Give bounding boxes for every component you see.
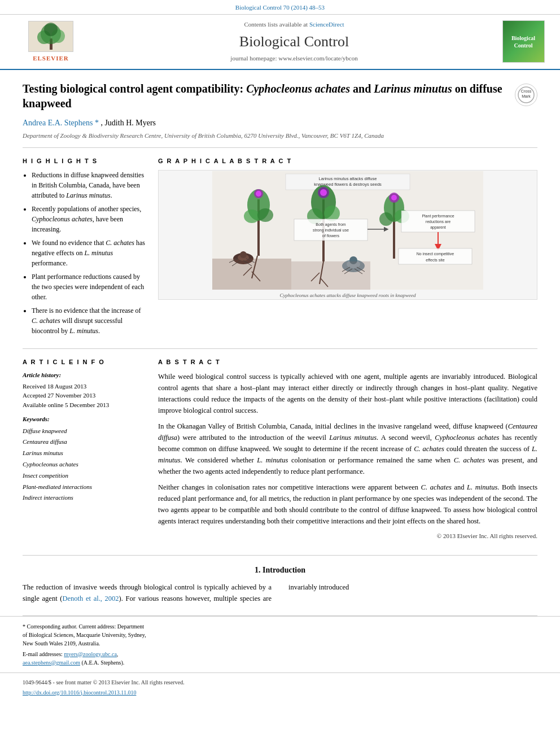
highlight-item: There is no evidence that the increase o… <box>32 305 147 336</box>
introduction-section: 1. Introduction The reduction of invasiv… <box>23 565 537 604</box>
crossmark-badge: Cross Mark <box>515 84 537 106</box>
doi-line: http://dx.doi.org/10.1016/j.biocontrol.2… <box>23 689 537 697</box>
author1-link[interactable]: Andrea E.A. Stephens * <box>23 119 100 127</box>
keyword: Diffuse knapweed <box>23 426 147 437</box>
article-info-heading: A R T I C L E I N F O <box>23 358 147 366</box>
abstract-col: A B S T R A C T While weed biological co… <box>158 358 537 546</box>
email-note: E-mail addresses: myers@zoology.ubc.ca, … <box>23 650 147 667</box>
svg-text:strong individual use: strong individual use <box>313 228 349 233</box>
article-info-abstract-section: A R T I C L E I N F O Article history: R… <box>23 358 537 556</box>
graphical-abstract-col: G R A P H I C A L A B S T R A C T Larinu… <box>158 157 537 339</box>
svg-text:Plant performance: Plant performance <box>422 214 454 219</box>
svg-text:Larinus minutus attacks diffus: Larinus minutus attacks diffuse <box>319 176 377 181</box>
page-footer: 1049-9644/$ - see front matter © 2013 El… <box>0 672 560 705</box>
keywords-list: Diffuse knapweed Centaurea diffusa Larin… <box>23 426 147 504</box>
journal-citation: Biological Control 70 (2014) 48–53 <box>235 4 325 11</box>
keyword: Plant-mediated interactions <box>23 482 147 493</box>
graphical-abstract-caption: Cyphocleonus achates attacks diffuse kna… <box>280 292 416 299</box>
footnote-section: * Corresponding author. Current address:… <box>0 616 560 672</box>
article-info-col: A R T I C L E I N F O Article history: R… <box>23 358 147 546</box>
footnote-left: * Corresponding author. Current address:… <box>23 622 147 667</box>
keyword: Centaurea diffusa <box>23 436 147 448</box>
svg-point-46 <box>240 251 247 258</box>
journal-homepage: journal homepage: www.elsevier.com/locat… <box>96 54 492 63</box>
journal-header-right: Biological Control <box>498 20 549 63</box>
highlight-item: Recently populations of another species,… <box>32 204 147 234</box>
denoth-ref[interactable]: Denoth et al., 2002 <box>62 595 119 602</box>
svg-text:apparent: apparent <box>430 225 446 230</box>
article-history: Article history: Received 18 August 2013… <box>23 371 147 409</box>
asterisk-note: * Corresponding author. Current address:… <box>23 622 147 648</box>
journal-header-left: ELSEVIER <box>11 21 90 63</box>
svg-text:No insect competitive: No insect competitive <box>417 252 454 256</box>
abstract-para-1: While weed biological control success is… <box>158 371 537 416</box>
contents-line: Contents lists available at ScienceDirec… <box>96 20 492 29</box>
journal-header-center: Contents lists available at ScienceDirec… <box>96 20 492 63</box>
svg-text:Mark: Mark <box>522 94 531 98</box>
introduction-text: The reduction of invasive weeds through … <box>23 582 537 604</box>
svg-point-16 <box>257 208 273 222</box>
highlights-list: Reductions in diffuse knapweed densities… <box>23 170 147 336</box>
title-row: Testing biological control agent compati… <box>23 81 537 117</box>
journal-top-bar: Biological Control 70 (2014) 48–53 <box>0 0 560 15</box>
highlight-item: Reductions in diffuse knapweed densities… <box>32 170 147 200</box>
svg-text:effects site: effects site <box>426 258 444 262</box>
authors-line: Andrea E.A. Stephens * , Judith H. Myers <box>23 117 537 129</box>
abstract-para-2: In the Okanagan Valley of British Columb… <box>158 421 537 477</box>
graphical-abstract-heading: G R A P H I C A L A B S T R A C T <box>158 157 537 165</box>
affiliation: Department of Zoology & Biodiversity Res… <box>23 132 537 147</box>
keywords-section: Keywords: Diffuse knapweed Centaurea dif… <box>23 415 147 504</box>
received-date: Received 18 August 2013 Accepted 27 Nove… <box>23 382 147 410</box>
svg-text:Both agents from: Both agents from <box>316 222 345 227</box>
svg-rect-59 <box>291 261 370 290</box>
history-label: Article history: <box>23 371 147 379</box>
article-title: Testing biological control agent compati… <box>23 81 509 111</box>
keyword: Indirect interactions <box>23 492 147 504</box>
issn-line: 1049-9644/$ - see front matter © 2013 El… <box>23 679 537 687</box>
svg-point-5 <box>44 23 58 36</box>
journal-title: Biological Control <box>96 32 492 52</box>
svg-text:reductions are: reductions are <box>426 220 450 224</box>
abstract-para-3: Neither changes in colonisation rates no… <box>158 482 537 527</box>
highlights-graphical-section: H I G H L I G H T S Reductions in diffus… <box>23 157 537 349</box>
elsevier-tree-icon <box>28 21 73 52</box>
elsevier-logo: ELSEVIER <box>28 21 73 63</box>
graphical-abstract-image: Larinus minutus attacks diffuse knapweed… <box>158 170 537 300</box>
abstract-heading: A B S T R A C T <box>158 358 537 366</box>
highlights-heading: H I G H L I G H T S <box>23 157 147 165</box>
highlights-col: H I G H L I G H T S Reductions in diffus… <box>23 157 147 339</box>
highlight-item: Plant performance reductions caused by t… <box>32 272 147 302</box>
email2-link[interactable]: aea.stephens@gmail.com <box>23 659 80 666</box>
keyword: Insect competition <box>23 470 147 482</box>
journal-header: ELSEVIER Contents lists available at Sci… <box>0 15 560 69</box>
elsevier-label: ELSEVIER <box>33 54 69 63</box>
introduction-heading: 1. Introduction <box>23 565 537 576</box>
copyright-notice: © 2013 Elsevier Inc. All rights reserved… <box>158 531 537 541</box>
keywords-label: Keywords: <box>23 415 147 423</box>
svg-point-24 <box>320 189 327 196</box>
svg-point-15 <box>244 209 260 223</box>
highlight-item: We found no evidence that C. achates has… <box>32 238 147 268</box>
svg-point-30 <box>391 195 397 200</box>
abstract-text: While weed biological control success is… <box>158 371 537 541</box>
svg-text:of flowers: of flowers <box>322 234 339 238</box>
main-content: Testing biological control agent compati… <box>0 70 560 615</box>
sciencedirect-link[interactable]: ScienceDirect <box>309 21 344 28</box>
svg-text:Cross: Cross <box>521 89 532 93</box>
svg-point-27 <box>379 212 393 226</box>
journal-badge: Biological Control <box>502 20 545 63</box>
keyword: Larinus minutus <box>23 448 147 459</box>
email1-link[interactable]: myers@zoology.ubc.ca <box>64 651 117 657</box>
svg-point-18 <box>256 191 261 196</box>
svg-rect-58 <box>212 259 291 290</box>
keyword: Cyphocleonus achates <box>23 459 147 470</box>
doi-link[interactable]: http://dx.doi.org/10.1016/j.biocontrol.2… <box>23 689 136 696</box>
